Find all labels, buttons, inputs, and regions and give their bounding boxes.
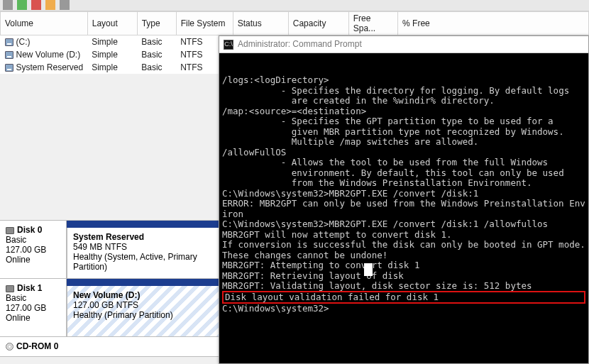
cmd-line: C:\Windows\system32>MBR2GPT.EXE /convert…	[222, 219, 585, 230]
partition-name: New Volume (D:)	[73, 290, 214, 300]
vol-layout: Simple	[87, 48, 137, 61]
disk-icon	[6, 227, 14, 234]
vol-name: New Volume (D:)	[16, 50, 81, 60]
cmd-line: /allowFullOS	[222, 148, 585, 158]
cmd-line: If conversion is successful the disk can…	[222, 240, 585, 250]
cmd-line: environment. By default, this tool can o…	[222, 168, 585, 179]
vol-type: Basic	[137, 35, 176, 49]
cmd-line: - Specifies the directory for logging. B…	[222, 86, 585, 96]
cmd-output[interactable]: /logs:<logDirectory> - Specifies the dir…	[219, 53, 588, 363]
disk-info: Disk 1 Basic 127.00 GB Online	[0, 279, 67, 336]
col-status[interactable]: Status	[233, 12, 288, 35]
cdrom-icon	[6, 343, 13, 351]
col-fs[interactable]: File System	[176, 12, 233, 35]
cmd-line: MBR2GPT will now attempt to convert disk…	[222, 230, 585, 241]
cmd-icon: C:\	[224, 40, 233, 50]
partition-size: 549 MB NTFS	[73, 242, 214, 252]
partition-header	[67, 221, 220, 228]
col-free[interactable]: Free Spa...	[348, 12, 397, 35]
col-volume[interactable]: Volume	[1, 12, 88, 35]
vol-layout: Simple	[87, 61, 137, 74]
cmd-line: /map:<source>=<destination>	[222, 106, 585, 117]
cmd-titlebar[interactable]: C:\ Administrator: Command Prompt	[219, 36, 588, 53]
partition-status: Healthy (Primary Partition)	[73, 310, 214, 320]
cmd-line: /logs:<logDirectory>	[222, 75, 585, 86]
disk-row[interactable]: Disk 1 Basic 127.00 GB Online New Volume…	[0, 279, 220, 337]
cmd-line: - Specifies the GPT partition type to be…	[222, 116, 585, 127]
cmd-line: - Allows the tool to be used from the fu…	[222, 158, 585, 168]
cmd-line: ERROR: MBR2GPT can only be used from the…	[222, 199, 585, 219]
disk-type: Basic	[6, 293, 60, 303]
vol-layout: Simple	[87, 35, 137, 49]
cmd-line: These changes cannot be undone!	[222, 250, 585, 261]
disk-map: Disk 0 Basic 127.00 GB Online System Res…	[0, 220, 220, 357]
cmd-line: MBR2GPT: Validating layout, disk sector …	[222, 281, 585, 292]
refresh-icon[interactable]	[17, 0, 27, 10]
col-pctfree[interactable]: % Free	[398, 12, 589, 35]
help-icon[interactable]	[60, 0, 70, 10]
cmd-line: are created in the %windir% directory.	[222, 96, 585, 106]
cmd-prompt[interactable]: C:\Windows\system32>	[222, 304, 585, 314]
cmd-line: Multiple /map switches are allowed.	[222, 137, 585, 148]
volume-icon	[5, 38, 13, 46]
partition[interactable]: System Reserved 549 MB NTFS Healthy (Sys…	[67, 228, 220, 278]
col-layout[interactable]: Layout	[87, 12, 137, 35]
back-icon[interactable]	[3, 0, 13, 10]
command-prompt-window[interactable]: C:\ Administrator: Command Prompt /logs:…	[219, 35, 589, 364]
cmd-line: MBR2GPT: Attempting to convert disk 1	[222, 260, 585, 271]
disk-title: Disk 1	[17, 283, 42, 293]
cmd-error-line: Disk layout validation failed for disk 1	[222, 291, 585, 304]
toolbar	[0, 0, 589, 11]
disk-size: 127.00 GB	[6, 303, 60, 313]
cdrom-title: CD-ROM 0	[16, 341, 58, 351]
col-capacity[interactable]: Capacity	[288, 12, 348, 35]
partition-status: Healthy (System, Active, Primary Partiti…	[73, 252, 214, 272]
col-type[interactable]: Type	[137, 12, 176, 35]
volume-icon	[5, 64, 13, 72]
cmd-title: Administrator: Command Prompt	[238, 39, 362, 50]
partition-name: System Reserved	[73, 232, 214, 242]
disk-info: Disk 0 Basic 127.00 GB Online	[0, 221, 67, 278]
partition-header	[67, 279, 220, 286]
disk-title: Disk 0	[17, 225, 42, 235]
disk-size: 127.00 GB	[6, 245, 60, 255]
vol-type: Basic	[137, 48, 176, 61]
stop-icon[interactable]	[31, 0, 41, 10]
grid-icon[interactable]	[45, 0, 55, 10]
disk-row[interactable]: Disk 0 Basic 127.00 GB Online System Res…	[0, 221, 220, 279]
vol-name: System Reserved	[16, 62, 84, 72]
vol-type: Basic	[137, 61, 176, 74]
partition[interactable]: New Volume (D:) 127.00 GB NTFS Healthy (…	[67, 286, 220, 336]
disk-type: Basic	[6, 235, 60, 245]
volume-icon	[5, 51, 13, 59]
cmd-line: MBR2GPT: Retrieving layout of disk	[222, 271, 585, 282]
disk-state: Online	[6, 255, 60, 265]
disk-row[interactable]: CD-ROM 0	[0, 337, 220, 357]
disk-icon	[6, 285, 14, 292]
cmd-line: C:\Windows\system32>MBR2GPT.EXE /convert…	[222, 189, 585, 199]
partition-size: 127.00 GB NTFS	[73, 300, 214, 310]
disk-state: Online	[6, 313, 60, 323]
cmd-line: from the Windows Preinstallation Environ…	[222, 178, 585, 189]
vol-name: (C:)	[16, 37, 31, 47]
cmd-line: given MBR partition type not recognized …	[222, 127, 585, 138]
